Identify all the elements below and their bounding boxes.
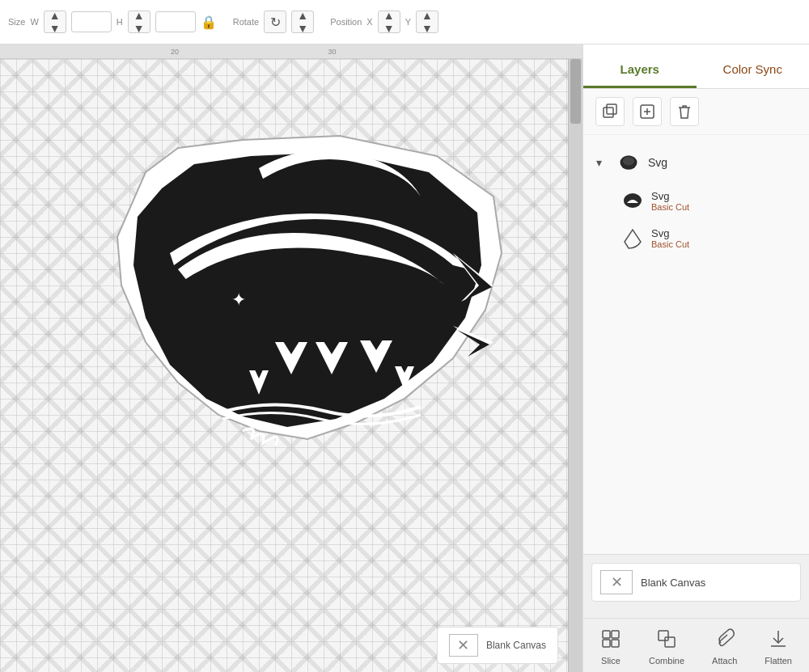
slice-button[interactable]: Slice xyxy=(592,625,629,669)
group-layer-name: Svg xyxy=(648,156,667,169)
combine-label: Combine xyxy=(649,656,684,666)
blank-canvas-text: Blank Canvas xyxy=(641,577,705,589)
sub-layer-text-1: Svg Basic Cut xyxy=(651,190,689,212)
combine-icon xyxy=(656,628,677,653)
position-label: Position xyxy=(330,17,362,27)
tab-layers[interactable]: Layers xyxy=(583,54,697,88)
layer-group-item[interactable]: ▾ Svg xyxy=(591,143,801,182)
tab-colorsync[interactable]: Color Sync xyxy=(697,54,810,88)
add-btn[interactable] xyxy=(633,97,662,126)
duplicate-icon xyxy=(602,104,618,120)
slice-icon xyxy=(600,628,621,653)
position-group: Position X ▲▼ Y ▲▼ xyxy=(330,11,438,33)
duplicate-btn[interactable] xyxy=(595,97,625,126)
sub-layer-name-2: Svg xyxy=(651,227,689,239)
svg-rect-15 xyxy=(607,104,616,114)
canvas-thumbnail: ✕ xyxy=(449,634,478,657)
rotate-group: Rotate ↻ ▲▼ xyxy=(233,11,314,33)
size-label: Size xyxy=(8,17,25,27)
attach-button[interactable]: Attach xyxy=(704,625,745,669)
sub-layer-icon-1 xyxy=(621,188,645,213)
w-stepper[interactable]: ▲▼ xyxy=(44,11,66,33)
svg-rect-22 xyxy=(603,631,610,638)
sub-layer-text-2: Svg Basic Cut xyxy=(651,227,689,249)
panel-toolbar xyxy=(583,89,809,135)
layer-group-svg: ▾ Svg xyxy=(583,143,809,256)
w-input[interactable] xyxy=(71,11,112,32)
add-icon xyxy=(639,104,655,120)
layers-content[interactable]: ▾ Svg xyxy=(583,135,809,554)
svg-rect-24 xyxy=(603,640,610,647)
svg-point-20 xyxy=(623,157,634,166)
flatten-label: Flatten xyxy=(765,656,792,666)
combine-button[interactable]: Combine xyxy=(641,625,693,669)
expand-icon[interactable]: ▾ xyxy=(596,156,609,169)
x-stepper[interactable]: ▲▼ xyxy=(378,11,400,33)
scrollbar-right[interactable] xyxy=(568,59,582,672)
h-input[interactable] xyxy=(155,11,196,32)
panel-bottom: ✕ Blank Canvas xyxy=(583,554,809,618)
x-label: X xyxy=(366,17,372,27)
flatten-button[interactable]: Flatten xyxy=(756,625,800,669)
rotate-btn[interactable]: ↻ xyxy=(264,11,286,33)
delete-icon xyxy=(676,104,693,120)
svg-rect-25 xyxy=(612,640,619,647)
group-layer-icon xyxy=(616,150,642,175)
h-stepper[interactable]: ▲▼ xyxy=(128,11,150,33)
rotate-label: Rotate xyxy=(233,17,259,27)
svg-rect-27 xyxy=(665,637,675,647)
lock-icon[interactable]: 🔒 xyxy=(201,15,217,30)
svg-rect-23 xyxy=(612,631,619,638)
svg-rect-26 xyxy=(659,631,668,640)
canvas-info-box[interactable]: ✕ Blank Canvas xyxy=(437,627,558,664)
sub-layer-type-1: Basic Cut xyxy=(651,202,689,212)
y-label: Y xyxy=(405,17,411,27)
size-group: Size W ▲▼ H ▲▼ 🔒 xyxy=(8,11,217,33)
ruler-mark-20: 20 xyxy=(171,48,179,56)
w-label: W xyxy=(30,17,38,27)
logo-container[interactable]: ✦ xyxy=(97,124,518,463)
slice-label: Slice xyxy=(601,656,621,666)
blank-canvas-button[interactable]: ✕ Blank Canvas xyxy=(591,563,801,602)
rotate-stepper[interactable]: ▲▼ xyxy=(291,11,314,33)
layer-sub-item-1[interactable]: Svg Basic Cut xyxy=(591,182,801,219)
blank-canvas-thumb: ✕ xyxy=(600,570,633,594)
delete-btn[interactable] xyxy=(670,97,699,126)
scrollbar-thumb[interactable] xyxy=(570,59,581,124)
h-label: H xyxy=(116,17,123,27)
ruler-mark-30: 30 xyxy=(328,48,336,56)
flatten-icon xyxy=(768,628,789,653)
attach-icon xyxy=(714,628,735,653)
svg-text:✦: ✦ xyxy=(231,290,246,310)
sub-layer-icon-2 xyxy=(621,226,645,250)
layer-sub-item-2[interactable]: Svg Basic Cut xyxy=(591,219,801,256)
sub-layer-name-1: Svg xyxy=(651,190,689,202)
canvas-grid: ✦ xyxy=(0,59,568,672)
ruler-top: 20 30 xyxy=(0,44,582,59)
panel-tabs: Layers Color Sync xyxy=(583,44,809,89)
main-area: 20 30 ✦ xyxy=(0,44,809,672)
attach-label: Attach xyxy=(712,656,737,666)
canvas-area[interactable]: 20 30 ✦ xyxy=(0,44,582,672)
sub-layer-type-2: Basic Cut xyxy=(651,239,689,249)
y-stepper[interactable]: ▲▼ xyxy=(416,11,438,33)
action-bar: Slice Combine Attach xyxy=(583,618,809,672)
svg-rect-14 xyxy=(604,108,613,117)
blank-canvas-label: Blank Canvas xyxy=(486,640,546,651)
toolbar: Size W ▲▼ H ▲▼ 🔒 Rotate ↻ ▲▼ Position X … xyxy=(0,0,809,44)
right-panel: Layers Color Sync xyxy=(582,44,809,672)
